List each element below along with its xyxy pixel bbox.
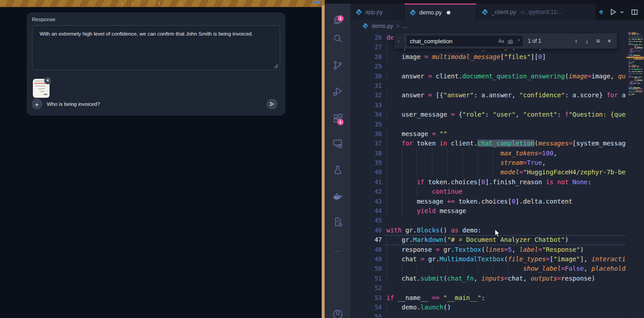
find-next-button[interactable]: ↓: [585, 37, 589, 45]
minimap[interactable]: [626, 32, 644, 318]
minimap-row: [628, 94, 643, 95]
split-editor-button[interactable]: [631, 9, 638, 16]
indent-guide: [417, 149, 417, 158]
tab-client-py[interactable]: _client.py ~/.../python3.11/...: [476, 4, 596, 20]
code-line[interactable]: 46with gr.Blocks() as demo:: [350, 226, 626, 235]
indent-guide: [477, 168, 478, 177]
code-line[interactable]: 28 image = multimodal_message["files"][0…: [350, 52, 626, 62]
code-token: f: [565, 111, 568, 118]
search-icon[interactable]: [332, 33, 344, 45]
find-query[interactable]: chat_completion: [410, 38, 494, 45]
run-file-button[interactable]: [609, 8, 617, 16]
code-token: token.choices[: [455, 198, 512, 205]
code-token: ][: [531, 53, 538, 60]
regex-button[interactable]: .*: [517, 38, 520, 44]
tab-label: demo.py: [419, 9, 442, 16]
resize-handle-icon[interactable]: [273, 64, 278, 68]
code-token: :: [588, 178, 591, 186]
indent-guide: [432, 158, 432, 168]
find-in-selection-button[interactable]: ≡: [596, 37, 600, 45]
code-line[interactable]: 43 message += token.choices[0].delta.con…: [350, 197, 626, 206]
code-line[interactable]: 54 demo.launch(): [350, 303, 626, 312]
run-debug-icon[interactable]: [332, 86, 344, 97]
code-token: False: [565, 265, 584, 272]
breadcrumb-more[interactable]: ...: [403, 23, 407, 29]
source-control-icon[interactable]: [332, 59, 344, 71]
code-line[interactable]: 45: [350, 216, 626, 225]
find-input[interactable]: chat_completion Aa ab .*: [407, 36, 523, 46]
code-token: outputs: [531, 275, 557, 282]
code-line[interactable]: 40 model="HuggingFaceH4/zephyr-7b-beta")…: [350, 168, 626, 177]
code-token: ]: [542, 53, 546, 60]
code-token: yield: [417, 207, 435, 214]
code-line[interactable]: 36 message = "": [350, 129, 626, 139]
code-token: chat_completion: [477, 140, 534, 147]
find-previous-button[interactable]: ↑: [575, 37, 578, 45]
code-line[interactable]: 32 answer = [{"answer": a.answer, "confi…: [350, 91, 626, 100]
code-token: stream: [500, 159, 523, 166]
tab-label: _client.py: [491, 9, 516, 15]
attach-file-button[interactable]: +: [32, 99, 42, 109]
code-line[interactable]: 29: [350, 62, 626, 71]
indent-guide: [386, 235, 387, 245]
remote-explorer-icon[interactable]: [332, 138, 344, 150]
code-line[interactable]: 53if __name__ == "__main__":: [350, 293, 626, 303]
match-case-button[interactable]: Aa: [498, 38, 504, 44]
line-number: 52: [350, 283, 382, 293]
code-line[interactable]: 52: [350, 283, 626, 293]
run-dropdown-chevron-icon[interactable]: [620, 10, 624, 14]
whole-word-button[interactable]: ab: [508, 38, 513, 44]
task-file-gear-icon[interactable]: [332, 216, 344, 228]
response-textarea[interactable]: With an extremely high level of confiden…: [32, 25, 280, 70]
testing-beaker-icon[interactable]: [332, 164, 344, 176]
find-close-button[interactable]: ×: [608, 37, 611, 45]
line-number: 43: [350, 197, 382, 206]
send-button[interactable]: [267, 99, 277, 109]
minimap-row: [628, 84, 643, 85]
docker-icon[interactable]: [332, 191, 344, 203]
code-line[interactable]: 51 chat.submit(chat_fn, inputs=chat, out…: [350, 274, 626, 283]
code-line[interactable]: 39 stream=True,: [350, 158, 626, 168]
code-line[interactable]: 42 continue: [350, 187, 626, 196]
line-number: 44: [350, 206, 382, 216]
code-line[interactable]: 44 yield message: [350, 206, 626, 216]
code-line[interactable]: 30 answer = client.document_question_ans…: [350, 72, 626, 81]
code-token: "user": [493, 111, 516, 118]
remove-image-button[interactable]: ✕: [44, 77, 51, 84]
tab-app-py[interactable]: app.py: [350, 4, 404, 20]
breadcrumb-file[interactable]: demo.py: [372, 23, 393, 29]
code-line[interactable]: 48 response = gr.Textbox(lines=5, label=…: [350, 245, 626, 254]
code-line[interactable]: 49 chat = gr.MultimodalTextbox(file_type…: [350, 254, 626, 264]
account-icon[interactable]: [332, 308, 344, 318]
line-number: 35: [350, 120, 382, 129]
find-expand-toggle[interactable]: ›: [395, 33, 404, 49]
code-lines[interactable]: 26def chat_fn(multimodal_message):27 que…: [350, 32, 626, 318]
code-line[interactable]: 35: [350, 120, 626, 129]
code-line[interactable]: 41 if token.choices[0].finish_reason is …: [350, 177, 626, 187]
line-number: 28: [350, 52, 382, 62]
more-actions-icon[interactable]: ···: [332, 247, 344, 259]
code-line[interactable]: 38 max_tokens=100,: [350, 149, 626, 158]
minimap-row: [628, 46, 643, 47]
code-line[interactable]: 34 user_message = {"role": "user", "cont…: [350, 110, 626, 119]
gradio-panel: Response With an extremely high level of…: [27, 13, 285, 115]
indent-guide: [386, 264, 387, 273]
minimap-row: [628, 74, 643, 75]
code-line[interactable]: 31: [350, 81, 626, 91]
tab-demo-py[interactable]: demo.py: [404, 4, 476, 20]
code-line[interactable]: 37 for token in client.chat_completion(m…: [350, 139, 626, 148]
line-number: 29: [350, 62, 382, 71]
code-line[interactable]: 55: [350, 312, 626, 318]
chat-input[interactable]: Who is being invoiced?: [47, 101, 100, 107]
code-token: =: [538, 150, 542, 157]
tab-overflow-sliver[interactable]: [596, 4, 603, 20]
code-token: 5: [508, 246, 512, 253]
code-line[interactable]: 50 show_label=False, placeholder="Upload…: [350, 264, 626, 273]
code-line[interactable]: 33: [350, 100, 626, 110]
indent-guide: [402, 197, 402, 206]
minimap-find-match: [634, 59, 644, 59]
code-line[interactable]: 47 gr.Markdown("# ⌕ Document Analyzer Ch…: [350, 235, 626, 245]
indent-guide: [447, 149, 448, 158]
minimap-row: [628, 90, 643, 91]
modified-indicator[interactable]: [447, 11, 450, 14]
